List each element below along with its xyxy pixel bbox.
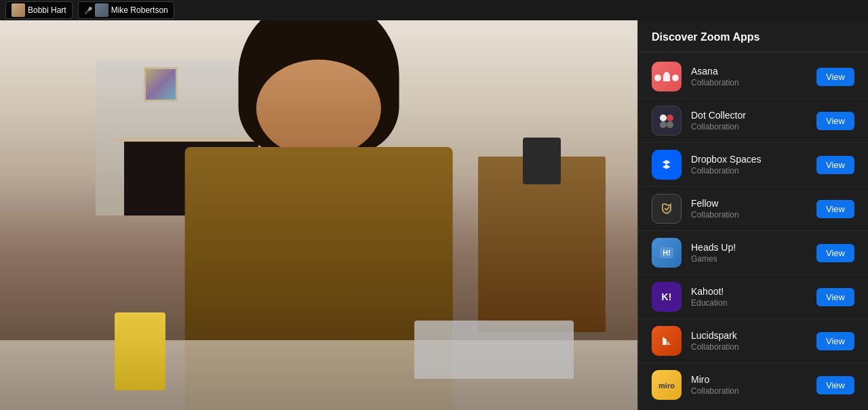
apps-panel-title: Discover Zoom Apps: [652, 31, 854, 43]
laptop: [414, 321, 574, 379]
asana-category: Collaboration: [691, 78, 807, 87]
video-area: [0, 20, 637, 410]
dot-collector-svg: [657, 111, 676, 130]
participant-thumb-mike: [95, 3, 108, 17]
dropbox-icon: [652, 150, 682, 180]
svg-text:miro: miro: [658, 382, 675, 390]
headsup-view-button[interactable]: View: [816, 244, 854, 262]
participant-bobbi: Bobbi Hart: [5, 1, 73, 19]
asana-view-button[interactable]: View: [816, 68, 854, 86]
kahoot-name: Kahoot!: [691, 286, 807, 297]
headsup-svg: H!: [657, 243, 676, 262]
svg-text:H!: H!: [663, 249, 671, 257]
svg-point-3: [667, 121, 673, 128]
headsup-info: Heads Up! Games: [691, 242, 807, 264]
app-item-dropbox: Dropbox Spaces Collaboration View: [638, 143, 868, 187]
participant-name-bobbi: Bobbi Hart: [28, 5, 66, 15]
dot-collector-name: Dot Collector: [691, 110, 807, 121]
asana-dot-2: [663, 72, 670, 81]
headsup-category: Games: [691, 254, 807, 264]
asana-dot-1: [654, 75, 661, 81]
kahoot-icon: K!: [652, 282, 682, 312]
fellow-name: Fellow: [691, 198, 807, 209]
app-item-kahoot: K! Kahoot! Education View: [638, 275, 868, 319]
pens-container: [115, 312, 165, 390]
app-item-fellow: Fellow Collaboration View: [638, 187, 868, 231]
participant-name-mike: Mike Robertson: [111, 5, 168, 15]
app-item-asana: Asana Collaboration View: [638, 55, 868, 99]
video-background: [0, 20, 637, 410]
kahoot-svg: K!: [657, 287, 676, 306]
dropbox-name: Dropbox Spaces: [691, 154, 807, 165]
dropbox-view-button[interactable]: View: [816, 156, 854, 174]
miro-name: Miro: [691, 374, 807, 385]
app-item-lucidspark: Lucidspark Collaboration View: [638, 319, 868, 363]
apps-list: Asana Collaboration View Dot Collector: [638, 52, 868, 410]
fellow-category: Collaboration: [691, 210, 807, 220]
participant-thumb-bobbi: [12, 3, 25, 17]
top-bar: Bobbi Hart 🎤 Mike Robertson: [0, 0, 868, 20]
lucidspark-icon: [652, 326, 682, 356]
headsup-name: Heads Up!: [691, 242, 807, 253]
fellow-svg: [657, 199, 676, 218]
app-item-headsup: H! Heads Up! Games View: [638, 231, 868, 275]
asana-shape: [654, 72, 679, 81]
participant-mike: 🎤 Mike Robertson: [78, 1, 174, 19]
lucidspark-category: Collaboration: [691, 342, 807, 352]
miro-view-button[interactable]: View: [816, 376, 854, 394]
svg-text:K!: K!: [662, 291, 672, 302]
dropbox-svg: [658, 156, 675, 173]
asana-name: Asana: [691, 66, 807, 77]
miro-icon: miro: [652, 370, 682, 400]
miro-info: Miro Collaboration: [691, 374, 807, 396]
person-head: [256, 60, 381, 158]
dropbox-category: Collaboration: [691, 166, 807, 176]
lucidspark-info: Lucidspark Collaboration: [691, 330, 807, 352]
lucidspark-svg: [657, 331, 676, 350]
lucidspark-view-button[interactable]: View: [816, 332, 854, 350]
dot-collector-info: Dot Collector Collaboration: [691, 110, 807, 131]
dot-collector-category: Collaboration: [691, 122, 807, 131]
asana-info: Asana Collaboration: [691, 66, 807, 87]
apps-panel: Discover Zoom Apps Asana Collaboration V…: [637, 20, 868, 410]
lucidspark-name: Lucidspark: [691, 330, 807, 341]
svg-point-2: [660, 121, 667, 128]
fellow-info: Fellow Collaboration: [691, 198, 807, 220]
dropbox-info: Dropbox Spaces Collaboration: [691, 154, 807, 176]
app-item-dot-collector: Dot Collector Collaboration View: [638, 99, 868, 143]
app-item-miro: miro Miro Collaboration View: [638, 363, 868, 407]
kahoot-info: Kahoot! Education: [691, 286, 807, 308]
mic-muted-icon: 🎤: [84, 7, 92, 14]
svg-point-1: [667, 115, 673, 121]
apps-panel-header: Discover Zoom Apps: [638, 20, 868, 52]
kahoot-view-button[interactable]: View: [816, 288, 854, 306]
miro-category: Collaboration: [691, 386, 807, 396]
asana-dot-3: [672, 75, 679, 81]
svg-point-0: [660, 115, 667, 121]
main-content: Discover Zoom Apps Asana Collaboration V…: [0, 20, 868, 410]
fellow-icon: [652, 194, 682, 224]
miro-svg: miro: [657, 375, 676, 394]
dot-collector-icon: [652, 106, 682, 136]
fellow-view-button[interactable]: View: [816, 200, 854, 218]
asana-icon: [652, 62, 682, 91]
kahoot-category: Education: [691, 298, 807, 308]
headsup-icon: H!: [652, 238, 682, 268]
dot-collector-view-button[interactable]: View: [816, 112, 854, 130]
